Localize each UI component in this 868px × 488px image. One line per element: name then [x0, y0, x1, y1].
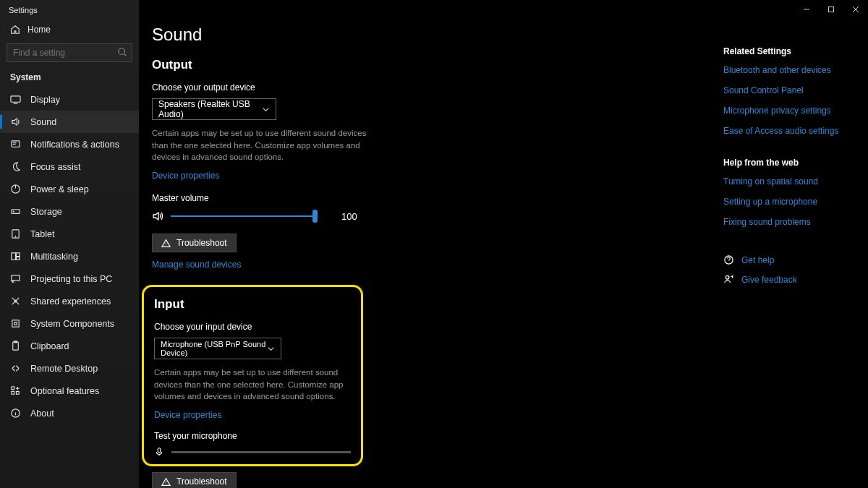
svg-rect-1	[11, 96, 20, 102]
give-feedback-action[interactable]: Give feedback	[723, 274, 868, 285]
output-device-properties-link[interactable]: Device properties	[152, 171, 219, 181]
sidebar-item-label: About	[30, 408, 54, 419]
home-icon	[10, 25, 20, 35]
related-link[interactable]: Ease of Access audio settings	[723, 126, 868, 136]
chevron-down-icon	[262, 106, 270, 114]
help-link[interactable]: Turning on spatial sound	[723, 176, 868, 187]
sidebar-item-about[interactable]: About	[0, 402, 139, 424]
svg-rect-14	[14, 322, 17, 325]
power-icon	[10, 184, 21, 194]
sidebar-item-projecting[interactable]: Projecting to this PC	[0, 267, 139, 290]
output-manage-link[interactable]: Manage sound devices	[152, 260, 241, 270]
sidebar-item-optional[interactable]: Optional features	[0, 380, 139, 402]
svg-rect-8	[12, 253, 16, 260]
related-link[interactable]: Sound Control Panel	[723, 85, 868, 95]
sidebar-item-label: Sound	[30, 117, 56, 127]
master-volume-value: 100	[341, 211, 357, 222]
get-help-action[interactable]: Get help	[723, 254, 868, 265]
sidebar-item-label: Display	[30, 95, 60, 105]
minimize-button[interactable]	[794, 0, 819, 19]
sidebar-nav: Display Sound Notifications & actions Fo…	[0, 88, 139, 424]
sidebar-item-multitasking[interactable]: Multitasking	[0, 245, 139, 267]
sidebar-item-label: Storage	[30, 207, 62, 217]
tablet-icon	[10, 228, 21, 239]
svg-rect-22	[158, 448, 161, 453]
svg-point-7	[15, 236, 16, 237]
master-volume-slider[interactable]	[171, 209, 315, 223]
window-title: Settings	[0, 0, 139, 17]
output-section: Output Choose your output device Speaker…	[152, 58, 723, 270]
output-device-select[interactable]: Speakers (Realtek USB Audio)	[152, 98, 276, 120]
sidebar-item-shared[interactable]: Shared experiences	[0, 290, 139, 312]
sidebar-item-label: Multitasking	[30, 252, 78, 262]
button-label: Troubleshoot	[176, 476, 227, 487]
warning-icon	[161, 239, 171, 248]
maximize-button[interactable]	[819, 0, 843, 19]
sidebar-section-label: System	[0, 69, 139, 88]
storage-icon	[10, 206, 21, 217]
input-choose-label: Choose your input device	[154, 322, 351, 332]
svg-rect-18	[12, 391, 14, 394]
input-device-value: Microphone (USB PnP Sound Device)	[161, 340, 267, 357]
input-troubleshoot-button[interactable]: Troubleshoot	[152, 472, 237, 488]
moon-icon	[10, 161, 21, 172]
sidebar-item-storage[interactable]: Storage	[0, 200, 139, 223]
main: Sound Output Choose your output device S…	[139, 0, 868, 488]
help-link[interactable]: Fixing sound problems	[723, 217, 868, 227]
svg-rect-13	[12, 320, 19, 327]
multitasking-icon	[10, 251, 21, 262]
sidebar-item-label: Tablet	[30, 229, 54, 239]
sidebar-item-label: Projecting to this PC	[30, 274, 112, 284]
sidebar-item-components[interactable]: System Components	[0, 312, 139, 335]
close-button[interactable]	[843, 0, 868, 19]
sidebar: Settings Home System Display Sound	[0, 0, 139, 488]
give-feedback-label: Give feedback	[741, 275, 797, 285]
sidebar-item-label: Notifications & actions	[30, 140, 119, 150]
related-link[interactable]: Microphone privacy settings	[723, 106, 868, 116]
output-heading: Output	[152, 58, 723, 72]
svg-point-27	[726, 275, 729, 279]
components-icon	[10, 318, 21, 329]
remote-icon	[10, 363, 21, 374]
input-helper-text: Certain apps may be set up to use differ…	[154, 367, 351, 403]
sidebar-item-display[interactable]: Display	[0, 88, 139, 111]
help-heading: Help from the web	[723, 158, 868, 168]
svg-rect-17	[12, 387, 14, 390]
svg-rect-9	[16, 253, 20, 257]
sidebar-item-clipboard[interactable]: Clipboard	[0, 335, 139, 357]
sidebar-item-remote[interactable]: Remote Desktop	[0, 357, 139, 380]
search-input-wrap	[7, 43, 132, 62]
sidebar-item-notifications[interactable]: Notifications & actions	[0, 133, 139, 155]
related-settings-heading: Related Settings	[723, 46, 868, 56]
feedback-icon	[723, 274, 734, 285]
input-section-highlight: Input Choose your input device Microphon…	[142, 285, 363, 466]
related-link[interactable]: Bluetooth and other devices	[723, 65, 868, 75]
info-icon	[10, 408, 21, 419]
input-device-properties-link[interactable]: Device properties	[154, 410, 221, 420]
master-volume-label: Master volume	[152, 193, 723, 203]
titlebar	[794, 0, 868, 19]
input-device-select[interactable]: Microphone (USB PnP Sound Device)	[154, 338, 281, 359]
button-label: Troubleshoot	[176, 238, 227, 248]
warning-icon	[161, 477, 171, 487]
help-icon	[723, 254, 734, 265]
sidebar-home[interactable]: Home	[0, 17, 139, 40]
sidebar-item-label: Clipboard	[30, 341, 69, 351]
help-link[interactable]: Setting up a microphone	[723, 197, 868, 207]
output-troubleshoot-button[interactable]: Troubleshoot	[152, 234, 237, 252]
svg-point-0	[119, 48, 125, 55]
svg-rect-21	[829, 7, 834, 12]
search-icon	[117, 47, 127, 57]
sidebar-item-focus-assist[interactable]: Focus assist	[0, 155, 139, 178]
speaker-icon[interactable]	[152, 210, 163, 222]
sidebar-item-power[interactable]: Power & sleep	[0, 178, 139, 200]
sidebar-home-label: Home	[27, 25, 51, 35]
svg-rect-11	[12, 275, 20, 281]
sidebar-item-label: Optional features	[30, 386, 99, 396]
svg-rect-15	[13, 342, 19, 350]
sidebar-item-sound[interactable]: Sound	[0, 111, 139, 133]
display-icon	[10, 94, 21, 105]
test-mic-label: Test your microphone	[154, 431, 351, 441]
search-input[interactable]	[7, 43, 132, 62]
sidebar-item-tablet[interactable]: Tablet	[0, 223, 139, 245]
